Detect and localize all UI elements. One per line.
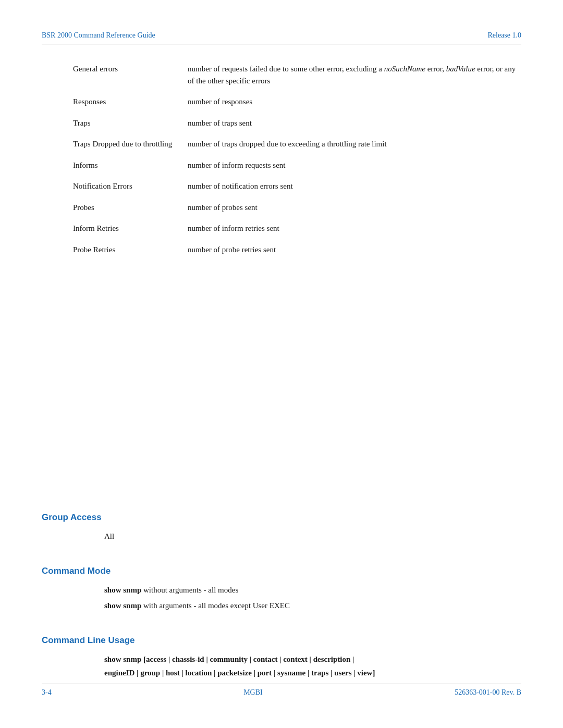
- page-header: BSR 2000 Command Reference Guide Release…: [42, 31, 521, 44]
- definition-term: Traps: [73, 117, 188, 129]
- definition-desc: number of probe retries sent: [188, 244, 521, 256]
- command-line-line2: engineID | group | host | location | pac…: [104, 667, 521, 680]
- header-title: BSR 2000 Command Reference Guide: [42, 31, 155, 40]
- definition-term: Notification Errors: [73, 180, 188, 192]
- command-line-line1: show snmp [access | chassis-id | communi…: [104, 653, 521, 667]
- definition-term: Inform Retries: [73, 223, 188, 235]
- header-release: Release 1.0: [487, 31, 521, 40]
- command-mode-line2-rest: with arguments - all modes except User E…: [141, 601, 290, 610]
- definition-row: Inform Retriesnumber of inform retries s…: [73, 223, 521, 235]
- command-mode-content: show snmp without arguments - all modes …: [42, 584, 521, 612]
- group-access-value: All: [104, 530, 521, 544]
- group-access-section: Group Access All: [42, 493, 521, 548]
- definition-desc: number of inform retries sent: [188, 223, 521, 235]
- definition-desc: number of requests failed due to some ot…: [188, 63, 521, 87]
- definition-row: Probe Retriesnumber of probe retries sen…: [73, 244, 521, 256]
- definition-term: Probe Retries: [73, 244, 188, 256]
- command-mode-line1: show snmp without arguments - all modes: [104, 584, 521, 597]
- definition-desc: number of notification errors sent: [188, 180, 521, 192]
- definition-desc: number of probes sent: [188, 202, 521, 214]
- footer-page-number: 3-4: [42, 688, 52, 697]
- definition-term: Probes: [73, 202, 188, 214]
- definition-desc: number of responses: [188, 96, 521, 108]
- definition-row: Trapsnumber of traps sent: [73, 117, 521, 129]
- command-mode-line2: show snmp with arguments - all modes exc…: [104, 599, 521, 613]
- group-access-heading: Group Access: [42, 512, 521, 523]
- group-access-content: All: [42, 530, 521, 544]
- definition-desc: number of inform requests sent: [188, 159, 521, 171]
- definition-table: General errorsnumber of requests failed …: [42, 63, 521, 477]
- command-mode-heading: Command Mode: [42, 566, 521, 576]
- command-line-usage-heading: Command Line Usage: [42, 635, 521, 646]
- footer-doc-number: 526363-001-00 Rev. B: [455, 688, 521, 697]
- command-line-usage-section: Command Line Usage show snmp [access | c…: [42, 616, 521, 684]
- definition-desc: number of traps dropped due to exceeding…: [188, 138, 521, 150]
- definition-row: Notification Errorsnumber of notificatio…: [73, 180, 521, 192]
- definition-row: General errorsnumber of requests failed …: [73, 63, 521, 87]
- definition-row: Traps Dropped due to throttlingnumber of…: [73, 138, 521, 150]
- command-mode-section: Command Mode show snmp without arguments…: [42, 547, 521, 616]
- page-container: BSR 2000 Command Reference Guide Release…: [0, 0, 563, 728]
- command-line-usage-content: show snmp [access | chassis-id | communi…: [42, 653, 521, 680]
- command-mode-line1-bold: show snmp: [104, 586, 141, 594]
- command-mode-line2-bold: show snmp: [104, 601, 141, 610]
- page-footer: 3-4 MGBI 526363-001-00 Rev. B: [42, 684, 521, 697]
- definition-row: Responsesnumber of responses: [73, 96, 521, 108]
- definition-desc: number of traps sent: [188, 117, 521, 129]
- command-mode-line1-rest: without arguments - all modes: [141, 586, 238, 594]
- definition-term: Responses: [73, 96, 188, 108]
- definition-row: Informsnumber of inform requests sent: [73, 159, 521, 171]
- footer-company: MGBI: [243, 688, 263, 697]
- definition-term: Informs: [73, 159, 188, 171]
- definition-row: Probesnumber of probes sent: [73, 202, 521, 214]
- definition-term: Traps Dropped due to throttling: [73, 138, 188, 150]
- definition-term: General errors: [73, 63, 188, 75]
